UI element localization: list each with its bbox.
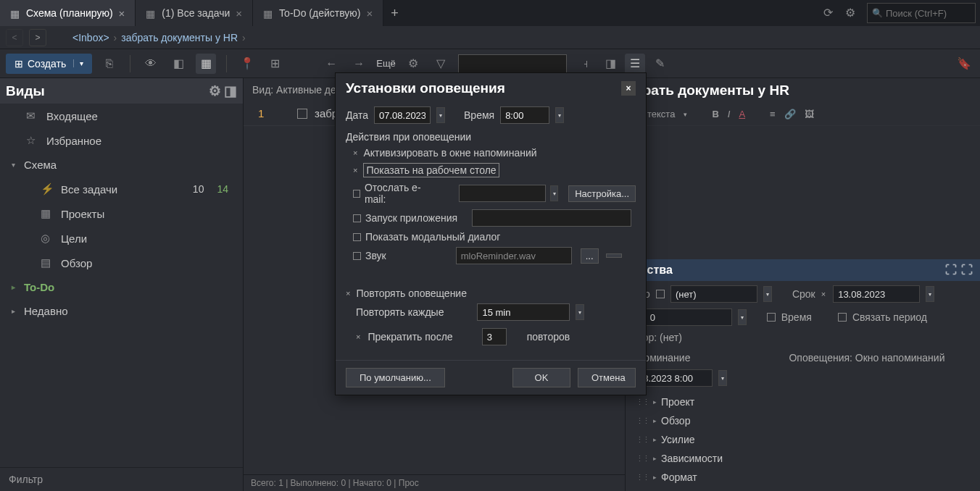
expand-icon[interactable]: ⛶ xyxy=(961,264,973,277)
columns-icon[interactable]: ⫞ xyxy=(576,54,596,74)
sidebar-item-scheme[interactable]: Схема xyxy=(0,153,243,177)
sidebar-item-favorites[interactable]: ☆ Избранное xyxy=(0,128,243,153)
sidebar-item-todo[interactable]: To-Do xyxy=(0,275,243,299)
due-date-input[interactable] xyxy=(833,285,920,303)
dropdown-icon[interactable]: ▾ xyxy=(926,286,934,302)
play-button[interactable] xyxy=(606,253,622,258)
dropdown-icon[interactable]: ▾ xyxy=(436,107,445,123)
check-repeat[interactable]: ×Повторять оповещение xyxy=(346,288,636,299)
date-input[interactable] xyxy=(374,106,431,124)
defaults-button[interactable]: По умолчанию... xyxy=(346,368,445,387)
dropdown-icon[interactable]: ▾ xyxy=(738,309,747,325)
bold-icon[interactable]: B xyxy=(712,109,718,119)
close-icon[interactable]: × xyxy=(236,7,242,20)
sound-input[interactable] xyxy=(456,247,572,264)
more-label[interactable]: Ещё xyxy=(376,58,396,69)
dropdown-icon[interactable]: ▾ xyxy=(763,286,772,302)
cancel-button[interactable]: Отмена xyxy=(578,368,636,387)
close-icon[interactable]: × xyxy=(119,7,125,20)
bookmark-icon[interactable]: 🔖 xyxy=(954,54,974,74)
pin-icon[interactable]: 📍 xyxy=(237,54,257,74)
close-icon[interactable]: × xyxy=(367,7,373,20)
clipboard-icon[interactable]: ⎘ xyxy=(99,54,120,74)
dropdown-icon[interactable]: ▾ xyxy=(550,185,558,201)
duration-input[interactable] xyxy=(645,309,732,326)
gear-icon[interactable]: ⚙ xyxy=(845,6,860,20)
gear-small-icon[interactable]: ⚙ xyxy=(403,54,423,74)
close-button[interactable]: × xyxy=(621,81,636,96)
sidebar-item-alltasks[interactable]: ⚡ Все задачи 10 14 xyxy=(0,177,243,201)
sync-icon[interactable]: ⟳ xyxy=(823,6,838,20)
toolbar-search[interactable] xyxy=(458,54,567,73)
gear-icon[interactable]: ⚙ xyxy=(209,83,221,99)
dropdown-icon[interactable]: ▾ xyxy=(718,370,727,386)
italic-icon[interactable]: I xyxy=(728,109,731,119)
breadcrumb-inbox[interactable]: <Inbox> xyxy=(72,32,109,43)
panel-icon[interactable]: ▦ xyxy=(196,54,216,74)
sidebar-item-recent[interactable]: Недавно xyxy=(0,299,243,323)
sidebar-item-overview[interactable]: ▤ Обзор xyxy=(0,251,243,275)
caret-icon[interactable]: ▾ xyxy=(73,59,83,67)
start-date-input[interactable] xyxy=(670,285,757,303)
panel-icon[interactable]: ◨ xyxy=(224,83,237,99)
section-deps[interactable]: ⋮⋮▸Зависимости xyxy=(633,449,973,468)
check-activate[interactable]: ×Активизировать в окне напоминаний xyxy=(353,147,636,159)
email-input[interactable] xyxy=(459,185,546,202)
breadcrumb[interactable]: <Inbox> › забрать документы у HR › xyxy=(72,32,246,43)
tab-all-tasks[interactable]: ▦ (1) Все задачи × xyxy=(136,0,253,26)
email-settings-button[interactable]: Настройка... xyxy=(568,185,636,202)
browse-button[interactable]: ... xyxy=(581,248,599,264)
link-icon[interactable]: 🔗 xyxy=(784,109,796,119)
list-icon[interactable]: ≡ xyxy=(770,109,776,119)
check-label: Показать модальный диалог xyxy=(365,231,500,243)
time-input[interactable] xyxy=(500,106,549,124)
search-input[interactable]: 🔍 xyxy=(867,3,976,23)
tab-todo[interactable]: ▦ To-Do (действую) × xyxy=(253,0,383,26)
tab-scheme[interactable]: ▦ Схема (планирую) × xyxy=(0,0,136,26)
search-field[interactable] xyxy=(886,8,971,19)
create-button[interactable]: ⊞ Создать ▾ xyxy=(6,54,92,74)
panel-toggle-icon[interactable]: ◨ xyxy=(600,54,620,74)
filter-section[interactable]: Фильтр xyxy=(0,467,243,491)
tree-icon[interactable]: ⊞ xyxy=(265,54,285,74)
nav-back-icon[interactable]: ← xyxy=(321,54,341,74)
check-sound[interactable]: Звук ... xyxy=(353,247,636,264)
sidebar-item-projects[interactable]: ▦ Проекты xyxy=(0,201,243,226)
section-format[interactable]: ⋮⋮▸Формат xyxy=(633,468,973,487)
section-overview[interactable]: ⋮⋮▸Обзор xyxy=(633,411,973,430)
app-input[interactable] xyxy=(472,209,631,227)
sidebar-item-goals[interactable]: ◎ Цели xyxy=(0,226,243,251)
check-desktop[interactable]: ×Показать на рабочем столе xyxy=(353,163,636,177)
filter-icon[interactable]: ▽ xyxy=(431,54,451,74)
check-modal[interactable]: Показать модальный диалог xyxy=(353,231,636,243)
note-area[interactable] xyxy=(626,126,980,259)
image-icon[interactable]: 🖼 xyxy=(805,109,814,119)
interval-input[interactable] xyxy=(477,303,570,321)
nav-fwd-icon[interactable]: → xyxy=(349,54,369,74)
edit-icon[interactable]: ✎ xyxy=(649,54,670,74)
back-button[interactable]: < xyxy=(6,29,23,46)
dropdown-icon[interactable]: ▾ xyxy=(555,107,564,123)
dropdown-icon[interactable]: ▾ xyxy=(576,304,584,320)
list-icon[interactable]: ☰ xyxy=(625,54,645,74)
checkbox[interactable] xyxy=(838,313,847,322)
checkbox[interactable] xyxy=(297,109,307,119)
stop-count-input[interactable] xyxy=(482,328,507,345)
ok-button[interactable]: OK xyxy=(512,368,570,387)
expand-icon[interactable]: ⛶ xyxy=(945,264,957,277)
clear-icon[interactable]: × xyxy=(821,290,826,298)
color-icon[interactable]: A xyxy=(739,109,745,119)
section-effort[interactable]: ⋮⋮▸Усилие xyxy=(633,430,973,449)
breadcrumb-item[interactable]: забрать документы у HR xyxy=(121,32,238,43)
sidebar-item-inbox[interactable]: ✉ Входящее xyxy=(0,104,243,128)
check-app[interactable]: Запуск приложения xyxy=(353,209,636,227)
sidebar-icon[interactable]: ◧ xyxy=(168,54,188,74)
forward-button[interactable]: > xyxy=(29,29,46,46)
add-tab-button[interactable]: + xyxy=(383,0,406,26)
checkbox[interactable] xyxy=(767,313,776,322)
checkbox[interactable] xyxy=(656,290,665,298)
sidebar: Виды ⚙◨ ✉ Входящее ☆ Избранное Схема ⚡ В… xyxy=(0,78,244,491)
check-email[interactable]: Отослать e-mail: ▾ Настройка... xyxy=(353,182,636,205)
eye-icon[interactable]: 👁 xyxy=(141,54,161,74)
section-project[interactable]: ⋮⋮▸Проект xyxy=(633,393,973,411)
